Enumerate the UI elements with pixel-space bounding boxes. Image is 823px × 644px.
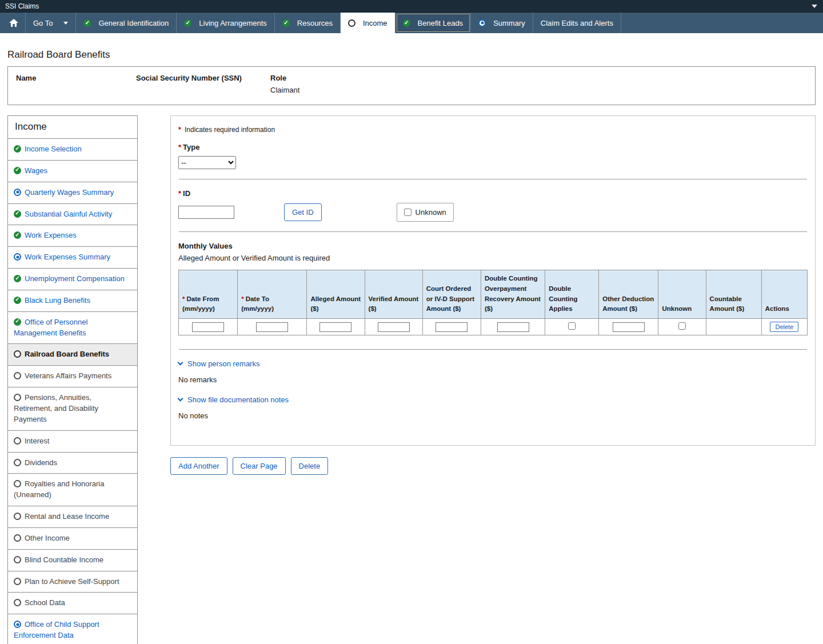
required-note: * Indicates required information [178, 126, 808, 134]
not-started-icon [14, 599, 21, 606]
clear-page-button[interactable]: Clear Page [233, 457, 286, 475]
goto-menu[interactable]: Go To [26, 13, 76, 33]
sidebar-title: Income [8, 116, 137, 138]
show-person-remarks-toggle[interactable]: Show person remarks [178, 359, 259, 368]
row-delete-button[interactable]: Delete [770, 322, 798, 332]
double-counting-recovery-input[interactable] [497, 322, 529, 332]
not-started-icon [14, 437, 21, 445]
not-started-icon [14, 372, 21, 379]
type-label: *Type [178, 143, 808, 151]
in-progress-icon [14, 189, 21, 196]
col-court-ordered-amount: Court Ordered or IV-D Support Amount ($) [422, 270, 481, 319]
sidebar-item-label[interactable]: Unemployment Compensation [25, 274, 125, 283]
date-from-input[interactable] [192, 322, 224, 332]
current-step-icon [348, 19, 355, 27]
id-unknown-checkbox[interactable] [404, 209, 412, 216]
sidebar-item-other-income: Other Income [8, 527, 137, 549]
col-other-deduction: Other Deduction Amount ($) [599, 270, 658, 319]
check-icon [14, 231, 21, 239]
sidebar-item-label[interactable]: Black Lung Benefits [25, 296, 90, 305]
tab-income[interactable]: Income [341, 13, 395, 33]
sidebar-item-label[interactable]: Work Expenses [25, 231, 77, 239]
person-header: Name Social Security Number (SSN) Role C… [7, 66, 816, 105]
main-nav: Go To General Identification Living Arra… [0, 12, 823, 33]
sidebar-item-label: Dividends [25, 458, 57, 467]
tab-resources[interactable]: Resources [275, 13, 341, 33]
sidebar-item-label[interactable]: Office of Personnel Management Benefits [14, 318, 87, 337]
chevron-down-icon [63, 22, 68, 25]
sidebar-item-work-expenses-summary: Work Expenses Summary [8, 246, 137, 268]
sidebar-item-label: Rental and Lease Income [25, 512, 109, 521]
sidebar-item-label[interactable]: Substantial Gainful Activity [25, 210, 112, 218]
tab-claim-edits-and-alerts[interactable]: Claim Edits and Alerts [533, 13, 621, 33]
page-title: Railroad Board Benefits [7, 49, 816, 61]
sidebar-item-income-selection: Income Selection [8, 138, 137, 160]
tab-general-identification[interactable]: General Identification [76, 13, 177, 33]
col-date-from: *Date From (mm/yyyy) [179, 270, 238, 319]
check-icon [14, 318, 21, 326]
monthly-values-title: Monthly Values [178, 242, 808, 250]
other-deduction-input[interactable] [613, 322, 645, 332]
show-file-documentation-notes-toggle[interactable]: Show file documentation notes [178, 395, 289, 404]
check-icon [14, 167, 21, 174]
check-icon [14, 275, 21, 282]
divider [179, 231, 807, 232]
id-input[interactable] [178, 206, 234, 219]
monthly-values-subtitle: Alleged Amount or Verified Amount is req… [178, 254, 808, 262]
get-id-button[interactable]: Get ID [284, 203, 322, 221]
add-another-button[interactable]: Add Another [170, 457, 227, 475]
name-label: Name [16, 74, 136, 82]
sidebar-item-label: Railroad Board Benefits [25, 350, 109, 358]
sidebar-item-dividends: Dividends [8, 452, 137, 474]
col-actions: Actions [761, 270, 807, 319]
role-value: Claimant [270, 86, 299, 94]
sidebar-item-label: Other Income [25, 534, 70, 542]
sidebar-item-unemployment-compensation: Unemployment Compensation [8, 268, 137, 290]
check-icon [184, 19, 191, 27]
type-select[interactable]: -- [178, 156, 236, 169]
id-label: *ID [178, 189, 808, 198]
sidebar-item-label[interactable]: Work Expenses Summary [25, 253, 110, 261]
not-started-icon [14, 394, 21, 401]
check-icon [282, 19, 290, 27]
not-started-icon [14, 578, 21, 585]
tab-summary[interactable]: Summary [471, 13, 533, 33]
title-bar: SSI Claims [0, 0, 823, 12]
sidebar-item-quarterly-wages-summary: Quarterly Wages Summary [8, 182, 137, 203]
check-icon [14, 145, 21, 153]
check-icon [14, 297, 21, 304]
tab-living-arrangements[interactable]: Living Arrangements [177, 13, 275, 33]
home-button[interactable] [2, 13, 26, 33]
col-date-to: *Date To (mm/yyyy) [238, 270, 307, 319]
ssn-label: Social Security Number (SSN) [136, 74, 270, 82]
delete-button[interactable]: Delete [291, 457, 329, 475]
sidebar-item-plan-to-achieve-self-support: Plan to Achieve Self-Support [8, 571, 137, 593]
sidebar-item-label[interactable]: Quarterly Wages Summary [25, 188, 114, 197]
sidebar-item-label[interactable]: Office of Child Support Enforcement Data [14, 620, 99, 639]
window-dropdown-icon[interactable] [812, 5, 817, 8]
in-progress-icon [478, 19, 486, 27]
sidebar-item-railroad-board-benefits[interactable]: Railroad Board Benefits [8, 343, 137, 365]
tab-label: Benefit Leads [418, 19, 464, 27]
date-to-input[interactable] [256, 322, 288, 332]
unknown-checkbox[interactable] [678, 322, 686, 330]
tab-label: Claim Edits and Alerts [541, 19, 613, 27]
remarks-empty-text: No remarks [178, 375, 808, 384]
table-row: Delete [179, 319, 808, 335]
sidebar-item-label: School Data [25, 598, 65, 607]
sidebar-item-office-of-child-support-enforcement-data: Office of Child Support Enforcement Data [8, 614, 137, 644]
tab-label: General Identification [98, 19, 169, 27]
tab-benefit-leads[interactable]: Benefit Leads [395, 13, 472, 33]
court-ordered-amount-input[interactable] [436, 322, 468, 332]
role-label: Role [270, 74, 299, 82]
sidebar-item-label[interactable]: Wages [25, 166, 47, 175]
verified-amount-input[interactable] [378, 322, 410, 332]
notes-empty-text: No notes [178, 411, 808, 420]
sidebar-item-label[interactable]: Income Selection [25, 145, 82, 153]
sidebar-item-label: Interest [25, 437, 49, 445]
col-alleged-amount: Alleged Amount ($) [307, 270, 365, 319]
required-marker: * [178, 143, 181, 151]
double-counting-applies-checkbox[interactable] [568, 322, 576, 330]
alleged-amount-input[interactable] [319, 322, 351, 332]
sidebar-item-label: Veterans Affairs Payments [25, 371, 111, 380]
